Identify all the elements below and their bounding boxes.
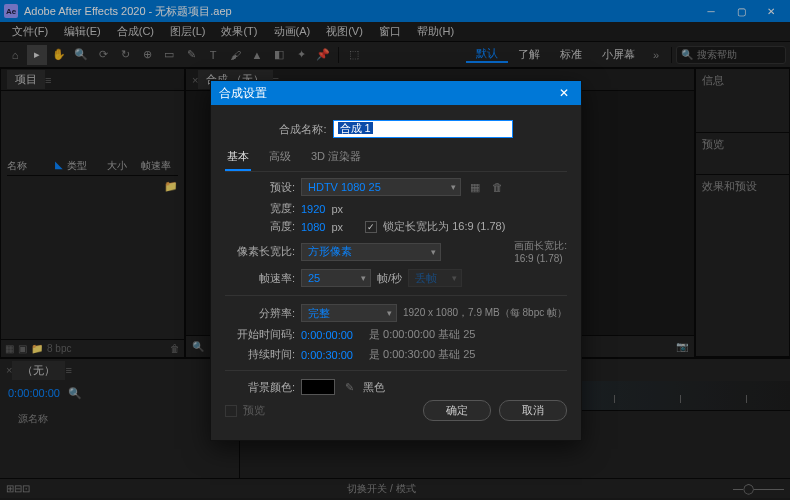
par-label: 像素长宽比: (225, 244, 295, 259)
composition-settings-dialog: 合成设置 ✕ 合成名称: 合成 1 基本 高级 3D 渲染器 预设: HDTV … (210, 80, 582, 441)
height-input[interactable]: 1080 (301, 221, 325, 233)
tab-advanced[interactable]: 高级 (267, 146, 293, 171)
preset-label: 预设: (225, 180, 295, 195)
resolution-info: 1920 x 1080，7.9 MB（每 8bpc 帧） (403, 306, 567, 320)
bg-color-label: 背景颜色: (225, 380, 295, 395)
comp-name-label: 合成名称: (279, 122, 326, 137)
frame-aspect-label: 画面长宽比: (514, 239, 567, 253)
save-preset-icon[interactable]: ▦ (467, 181, 483, 194)
eyedropper-icon[interactable]: ✎ (341, 381, 357, 394)
start-tc-input[interactable]: 0:00:00:00 (301, 329, 353, 341)
dialog-title: 合成设置 (219, 85, 267, 102)
duration-info: 是 0:00:30:00 基础 25 (369, 347, 475, 362)
lock-aspect-label: 锁定长宽比为 16:9 (1.78) (383, 219, 505, 234)
start-tc-info: 是 0:00:00:00 基础 25 (369, 327, 475, 342)
ok-button[interactable]: 确定 (423, 400, 491, 421)
bg-color-name: 黑色 (363, 380, 385, 395)
preview-label: 预览 (243, 403, 265, 418)
dropframe-select: 丢帧 (408, 269, 462, 287)
duration-input[interactable]: 0:00:30:00 (301, 349, 353, 361)
width-input[interactable]: 1920 (301, 203, 325, 215)
duration-label: 持续时间: (225, 347, 295, 362)
tab-basic[interactable]: 基本 (225, 146, 251, 171)
preset-select[interactable]: HDTV 1080 25 (301, 178, 461, 196)
frame-aspect-value: 16:9 (1.78) (514, 253, 567, 264)
start-tc-label: 开始时间码: (225, 327, 295, 342)
comp-name-input[interactable]: 合成 1 (333, 120, 513, 138)
resolution-select[interactable]: 完整 (301, 304, 397, 322)
fps-unit: 帧/秒 (377, 271, 402, 286)
delete-preset-icon[interactable]: 🗑 (489, 181, 505, 193)
height-label: 高度: (225, 219, 295, 234)
bg-color-swatch[interactable] (301, 379, 335, 395)
resolution-label: 分辨率: (225, 306, 295, 321)
par-select[interactable]: 方形像素 (301, 243, 441, 261)
preview-checkbox (225, 405, 237, 417)
tab-3d-renderer[interactable]: 3D 渲染器 (309, 146, 363, 171)
cancel-button[interactable]: 取消 (499, 400, 567, 421)
dialog-close-button[interactable]: ✕ (555, 86, 573, 100)
lock-aspect-checkbox[interactable] (365, 221, 377, 233)
fps-label: 帧速率: (225, 271, 295, 286)
width-label: 宽度: (225, 201, 295, 216)
fps-select[interactable]: 25 (301, 269, 371, 287)
